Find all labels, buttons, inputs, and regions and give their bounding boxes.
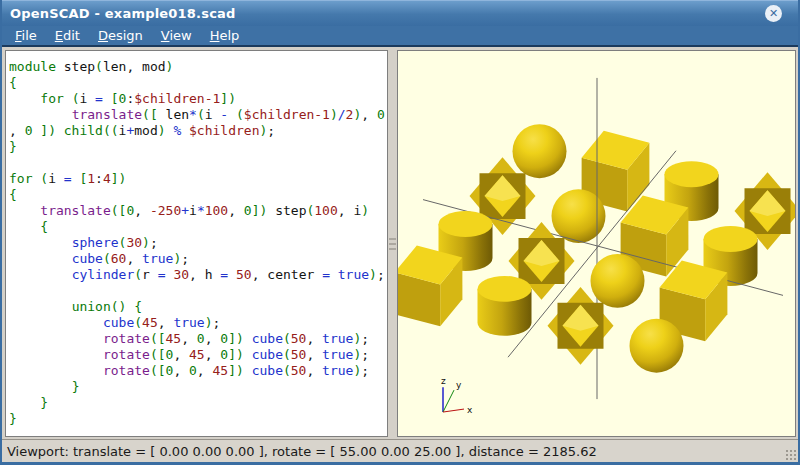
code-line: for (i = [1:4]): [9, 171, 387, 187]
code-line: }: [9, 139, 387, 155]
code-editor[interactable]: module step(len, mod){ for (i = [0:$chil…: [5, 50, 388, 437]
viewport-status-text: Viewport: translate = [ 0.00 0.00 0.00 ]…: [7, 444, 597, 459]
y-axis-label: y: [456, 380, 462, 390]
3d-viewport[interactable]: zyx: [397, 50, 796, 437]
openscad-window: OpenSCAD - example018.scad ✕ FileEditDes…: [0, 0, 800, 465]
resize-grip[interactable]: [785, 449, 796, 460]
code-line: {: [9, 75, 387, 91]
code-line: {: [9, 219, 387, 235]
menu-item-file[interactable]: File: [15, 28, 37, 43]
menu-bar: FileEditDesignViewHelp: [2, 26, 798, 47]
sphere-3d: [591, 254, 645, 308]
menu-item-edit[interactable]: Edit: [55, 28, 80, 43]
code-line: }: [9, 395, 387, 411]
close-icon: ✕: [769, 8, 778, 19]
window-title: OpenSCAD - example018.scad: [10, 6, 236, 21]
panel-splitter[interactable]: [388, 50, 397, 437]
status-bar: Viewport: translate = [ 0.00 0.00 0.00 ]…: [2, 439, 798, 462]
splitter-grip-icon: [389, 243, 396, 245]
code-line: }: [9, 411, 387, 427]
main-content: module step(len, mod){ for (i = [0:$chil…: [2, 47, 798, 439]
code-line: cube(45, true);: [9, 315, 387, 331]
scene-svg: zyx: [398, 51, 795, 436]
code-line: {: [9, 187, 387, 203]
code-line: rotate([0, 45, 0]) cube(50, true);: [9, 347, 387, 363]
x-axis-label: x: [467, 405, 473, 415]
code-line: , 0 ]) child((i+mod) % $children);: [9, 123, 387, 139]
code-line: cylinder(r = 30, h = 50, center = true);: [9, 267, 387, 283]
code-line: cube(60, true);: [9, 251, 387, 267]
menu-item-design[interactable]: Design: [98, 28, 143, 43]
cylinder-3d: [478, 276, 532, 336]
code-line: translate([0, -250+i*100, 0]) step(100, …: [9, 203, 387, 219]
menu-item-view[interactable]: View: [161, 28, 192, 43]
code-line: }: [9, 379, 387, 395]
code-line: rotate([0, 0, 45]) cube(50, true);: [9, 363, 387, 379]
z-axis-label: z: [441, 376, 446, 386]
code-line: [9, 155, 387, 171]
code-line: sphere(30);: [9, 235, 387, 251]
sphere-3d: [513, 124, 567, 178]
title-bar[interactable]: OpenSCAD - example018.scad ✕: [2, 0, 798, 26]
code-line: [9, 283, 387, 299]
code-line: rotate([45, 0, 0]) cube(50, true);: [9, 331, 387, 347]
code-line: for (i = [0:$children-1]): [9, 91, 387, 107]
code-line: translate([ len*(i - ($children-1)/2), 0: [9, 107, 387, 123]
menu-item-help[interactable]: Help: [210, 28, 240, 43]
code-line: module step(len, mod): [9, 59, 387, 75]
close-button[interactable]: ✕: [765, 5, 782, 22]
sphere-3d: [630, 319, 684, 373]
code-line: union() {: [9, 299, 387, 315]
